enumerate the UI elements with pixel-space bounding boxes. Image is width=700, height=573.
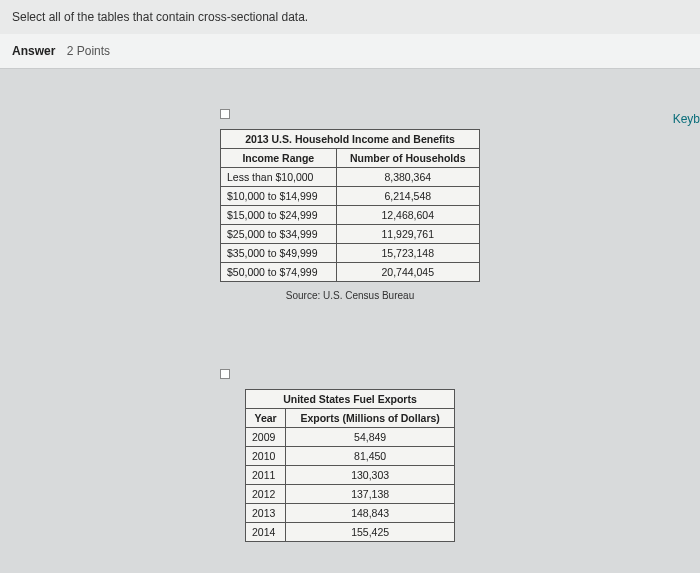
table-row: Less than $10,0008,380,364 [221,168,480,187]
table-row: 2013148,843 [246,504,455,523]
checkbox-table-2[interactable] [220,369,230,379]
table-row: 201081,450 [246,447,455,466]
table-row: 2014155,425 [246,523,455,542]
table2-col1: Year [246,409,286,428]
table-row: 200954,849 [246,428,455,447]
table-row: $15,000 to $24,99912,468,604 [221,206,480,225]
table-row: $25,000 to $34,99911,929,761 [221,225,480,244]
fuel-exports-table: United States Fuel Exports Year Exports … [245,389,455,542]
table-row: 2012137,138 [246,485,455,504]
table2-col2: Exports (Millions of Dollars) [286,409,455,428]
question-text: Select all of the tables that contain cr… [0,0,700,34]
table1-title: 2013 U.S. Household Income and Benefits [221,130,480,149]
answer-header: Answer 2 Points [0,34,700,69]
table-row: $50,000 to $74,99920,744,045 [221,263,480,282]
checkbox-table-1[interactable] [220,109,230,119]
option-table-2: United States Fuel Exports Year Exports … [220,369,480,542]
table1-source: Source: U.S. Census Bureau [220,290,480,301]
option-table-1: 2013 U.S. Household Income and Benefits … [220,109,480,301]
table2-title: United States Fuel Exports [246,390,455,409]
table1-col1: Income Range [221,149,337,168]
household-income-table: 2013 U.S. Household Income and Benefits … [220,129,480,282]
content-area: 2013 U.S. Household Income and Benefits … [0,69,700,573]
table1-col2: Number of Households [336,149,479,168]
table-row: 2011130,303 [246,466,455,485]
table-row: $10,000 to $14,9996,214,548 [221,187,480,206]
answer-label: Answer [12,44,55,58]
table-row: $35,000 to $49,99915,723,148 [221,244,480,263]
points-label: 2 Points [67,44,110,58]
